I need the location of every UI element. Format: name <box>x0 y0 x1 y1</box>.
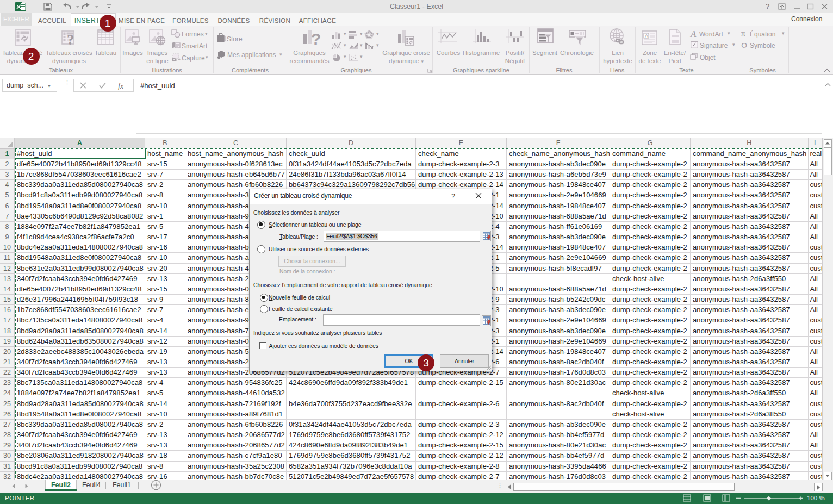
svg-text:A: A <box>645 33 648 39</box>
svg-text:?: ? <box>766 2 769 10</box>
svg-text:fx: fx <box>118 82 124 90</box>
svg-text:?: ? <box>67 32 74 48</box>
svg-text:?: ? <box>311 30 321 48</box>
